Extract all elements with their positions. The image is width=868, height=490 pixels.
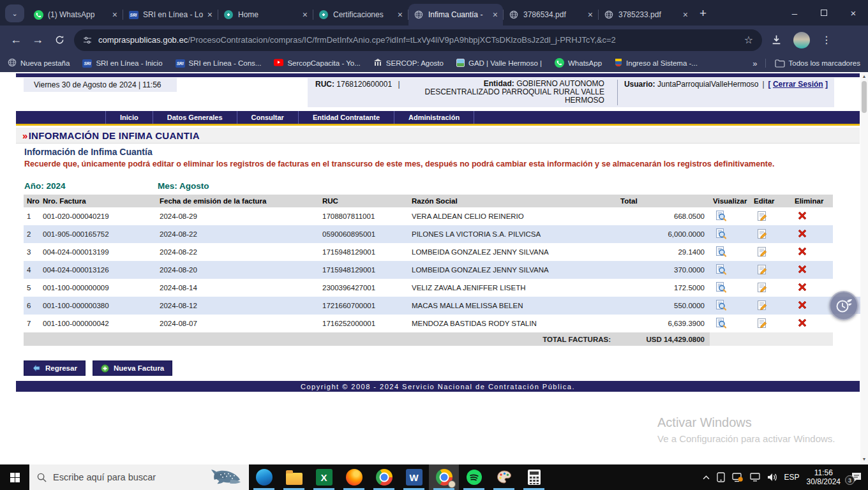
edit-invoice-icon[interactable] xyxy=(751,207,791,225)
tab-close-icon[interactable]: × xyxy=(398,10,403,20)
taskbar-app-firefox[interactable] xyxy=(339,464,369,490)
bookmark-item[interactable]: SercopCapacita - Yo... xyxy=(274,59,360,68)
edit-invoice-icon[interactable] xyxy=(751,297,791,315)
screen-recorder-overlay-button[interactable] xyxy=(829,291,858,320)
invoices-table: NroNro. FacturaFecha de emisión de la fa… xyxy=(24,195,833,346)
edit-invoice-icon[interactable] xyxy=(751,315,791,332)
reload-button[interactable] xyxy=(49,29,70,51)
taskbar-app-chrome-profile[interactable] xyxy=(429,464,459,490)
tab-close-icon[interactable]: × xyxy=(303,10,308,20)
bookmark-item[interactable]: SERCOP: Agosto xyxy=(373,58,444,68)
cell-nro: 6 xyxy=(24,297,40,315)
taskbar-clock[interactable]: 11:56 30/8/2024 xyxy=(807,468,841,486)
browser-tab[interactable]: 3785233.pdf× xyxy=(599,4,693,26)
window-close-button[interactable]: × xyxy=(839,0,868,26)
tab-close-icon[interactable]: × xyxy=(112,10,117,20)
site-info-icon[interactable] xyxy=(83,36,92,45)
edit-invoice-icon[interactable] xyxy=(751,279,791,297)
delete-invoice-icon[interactable] xyxy=(791,207,833,225)
new-tab-button[interactable]: + xyxy=(700,6,707,20)
taskbar-app-calculator[interactable] xyxy=(519,464,549,490)
view-invoice-icon[interactable] xyxy=(710,225,751,243)
tab-close-icon[interactable]: × xyxy=(683,10,688,20)
display-sync-icon[interactable] xyxy=(732,473,743,482)
delete-invoice-icon[interactable] xyxy=(791,315,833,332)
taskbar-app-word[interactable]: W xyxy=(399,464,429,490)
delete-invoice-icon[interactable] xyxy=(791,297,833,315)
action-center-button[interactable]: 3 xyxy=(850,471,863,483)
cell-total: 668.0500 xyxy=(617,207,710,225)
edit-invoice-icon[interactable] xyxy=(751,225,791,243)
delete-invoice-icon[interactable] xyxy=(791,243,833,261)
nav-item-consultar[interactable]: Consultar xyxy=(237,111,299,124)
bookmark-item[interactable]: Ingreso al Sistema -... xyxy=(615,58,698,68)
browser-tab[interactable]: Infima Cuantía -× xyxy=(408,4,503,26)
nav-item-datos-generales[interactable]: Datos Generales xyxy=(153,111,237,124)
phone-link-icon[interactable] xyxy=(717,472,725,482)
browser-tab[interactable]: SRISRI en Línea - Lo× xyxy=(123,4,218,26)
view-invoice-icon[interactable] xyxy=(710,207,751,225)
window-minimize-button[interactable]: – xyxy=(780,0,809,26)
back-button[interactable]: ← xyxy=(5,29,27,51)
tab-search-button[interactable]: ⌄ xyxy=(5,4,24,22)
taskbar-app-excel[interactable]: X xyxy=(309,464,339,490)
bookmark-item[interactable]: SRISRI en Línea - Inicio xyxy=(82,59,162,68)
view-invoice-icon[interactable] xyxy=(710,261,751,279)
browser-tab[interactable]: 3786534.pdf× xyxy=(504,4,598,26)
volume-icon[interactable] xyxy=(767,473,777,482)
all-bookmarks-button[interactable]: Todos los marcadores xyxy=(775,59,861,68)
tab-close-icon[interactable]: × xyxy=(588,10,593,20)
delete-invoice-icon[interactable] xyxy=(791,279,833,297)
taskbar-app-microsoft-edge[interactable] xyxy=(249,464,279,490)
start-button[interactable] xyxy=(0,464,29,490)
network-icon[interactable] xyxy=(750,473,760,482)
browser-menu-icon[interactable]: ⋮ xyxy=(821,34,832,46)
bookmark-label: SRI en Línea - Cons... xyxy=(189,59,262,67)
view-invoice-icon[interactable] xyxy=(710,279,751,297)
nav-item-administración[interactable]: Administración xyxy=(394,111,474,124)
logout-link[interactable]: [ Cerrar Sesión ] xyxy=(768,80,828,89)
window-maximize-button[interactable] xyxy=(809,0,839,26)
scroll-down-arrow[interactable]: ▼ xyxy=(860,456,868,463)
nav-item-entidad-contratante[interactable]: Entidad Contratante xyxy=(299,111,394,124)
forward-button[interactable]: → xyxy=(27,29,49,51)
scroll-up-arrow[interactable]: ▲ xyxy=(860,73,868,80)
edit-invoice-icon[interactable] xyxy=(751,261,791,279)
cell-factura: 004-024-000013126 xyxy=(40,261,156,279)
taskbar-app-paint[interactable] xyxy=(489,464,519,490)
address-bar[interactable]: compraspublicas.gob.ec/ProcesoContrataci… xyxy=(74,29,762,51)
delete-invoice-icon[interactable] xyxy=(791,225,833,243)
scrollbar-thumb[interactable] xyxy=(862,81,867,113)
browser-tab[interactable]: (1) WhatsApp× xyxy=(28,4,123,26)
browser-tab-strip: ⌄ (1) WhatsApp×SRISRI en Línea - Lo×Home… xyxy=(0,0,868,26)
browser-tab[interactable]: Certificaciones× xyxy=(313,4,408,26)
bookmark-item[interactable]: GAD | Valle Hermoso | xyxy=(456,59,542,68)
downloads-icon[interactable] xyxy=(771,34,782,45)
paint-icon xyxy=(496,469,513,486)
view-invoice-icon[interactable] xyxy=(710,243,751,261)
taskbar-app-chrome[interactable] xyxy=(369,464,399,490)
delete-invoice-icon[interactable] xyxy=(791,261,833,279)
taskbar-app-file-explorer[interactable] xyxy=(279,464,309,490)
nueva-factura-button[interactable]: Nueva Factura xyxy=(93,360,172,376)
bookmarks-overflow-button[interactable]: » xyxy=(752,59,756,68)
profile-badge xyxy=(448,480,456,488)
browser-tab[interactable]: Home× xyxy=(218,4,313,26)
nav-item-inicio[interactable]: Inicio xyxy=(105,111,153,124)
taskbar-search-box[interactable]: Escribe aquí para buscar xyxy=(29,464,249,490)
tab-close-icon[interactable]: × xyxy=(207,10,213,20)
tab-close-icon[interactable]: × xyxy=(493,10,498,20)
bookmark-item[interactable]: WhatsApp xyxy=(555,58,602,69)
taskbar-app-spotify[interactable] xyxy=(459,464,489,490)
bookmark-item[interactable]: Nueva pestaña xyxy=(8,58,70,68)
profile-avatar[interactable] xyxy=(793,32,810,48)
edit-invoice-icon[interactable] xyxy=(751,243,791,261)
hidden-icons-chevron[interactable] xyxy=(703,475,710,480)
bookmark-star-icon[interactable]: ☆ xyxy=(744,34,753,46)
regresar-button[interactable]: Regresar xyxy=(24,360,86,376)
page-scrollbar[interactable]: ▲ ▼ xyxy=(860,72,868,464)
view-invoice-icon[interactable] xyxy=(710,315,751,332)
bookmark-item[interactable]: SRISRI en Línea - Cons... xyxy=(176,59,262,68)
language-indicator[interactable]: ESP xyxy=(784,473,800,482)
view-invoice-icon[interactable] xyxy=(710,297,751,315)
